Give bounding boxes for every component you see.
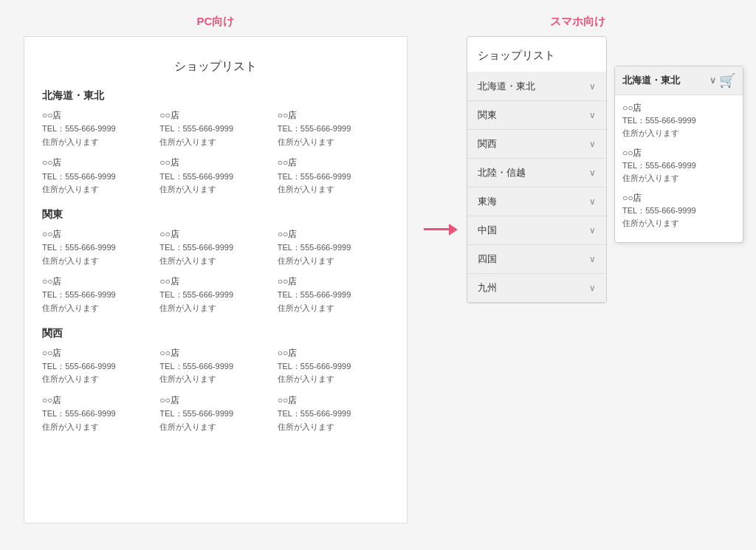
popup-header: 北海道・東北 ∨ 🛒: [615, 66, 743, 95]
shops-grid: ○○店 TEL：555-666-9999 住所が入ります ○○店 TEL：555…: [42, 156, 389, 196]
shop-entry: ○○店 TEL：555-666-9999 住所が入ります: [159, 393, 271, 433]
sp-region-label: 九州: [478, 281, 497, 295]
shop-entry: ○○店 TEL：555-666-9999 住所が入ります: [278, 156, 389, 196]
shop-address: 住所が入ります: [159, 302, 271, 315]
shops-grid: ○○店 TEL：555-666-9999 住所が入ります ○○店 TEL：555…: [42, 109, 389, 148]
sp-region-item[interactable]: 北海道・東北 ∨: [467, 72, 606, 101]
shop-tel: TEL：555-666-9999: [278, 408, 389, 421]
sp-chevron-icon: ∨: [589, 110, 596, 120]
popup-shop-name: ○○店: [622, 101, 735, 114]
sp-chevron-icon: ∨: [589, 139, 596, 149]
shop-entry: ○○店 TEL：555-666-9999 住所が入ります: [42, 109, 154, 148]
sp-region-label: 北陸・信越: [478, 166, 526, 179]
main-content: ショップリスト 北海道・東北 ○○店 TEL：555-666-9999 住所が入…: [24, 36, 732, 523]
sp-region-item[interactable]: 関東 ∨: [467, 101, 606, 130]
shop-name: ○○店: [159, 393, 271, 408]
label-pc: PC向け: [24, 15, 408, 29]
shop-entry: ○○店 TEL：555-666-9999 住所が入ります: [159, 156, 271, 196]
shop-name: ○○店: [278, 346, 389, 360]
popup-shop-entry: ○○店 TEL：555-666-9999 住所が入ります: [622, 146, 735, 184]
shop-name: ○○店: [42, 275, 154, 289]
shop-name: ○○店: [278, 275, 389, 289]
shop-name: ○○店: [159, 227, 271, 241]
section-labels: PC向け スマホ向け: [24, 15, 732, 29]
sp-chevron-icon: ∨: [589, 283, 596, 293]
popup-shop-address: 住所が入ります: [622, 172, 735, 185]
shop-address: 住所が入ります: [278, 373, 389, 386]
shop-name: ○○店: [159, 275, 271, 289]
pc-regions-container: 北海道・東北 ○○店 TEL：555-666-9999 住所が入ります ○○店 …: [42, 89, 389, 433]
sp-region-item[interactable]: 東海 ∨: [467, 188, 606, 216]
sp-region-item[interactable]: 四国 ∨: [467, 245, 606, 274]
sp-chevron-icon: ∨: [589, 196, 596, 207]
shop-tel: TEL：555-666-9999: [42, 289, 154, 302]
shop-tel: TEL：555-666-9999: [159, 241, 271, 255]
shop-entry: ○○店 TEL：555-666-9999 住所が入ります: [42, 393, 154, 433]
shop-name: ○○店: [159, 346, 271, 360]
popup-shop-name: ○○店: [622, 191, 735, 204]
shop-address: 住所が入ります: [159, 421, 271, 434]
pc-title: ショップリスト: [42, 59, 389, 75]
label-smartphone: スマホ向け: [422, 15, 732, 29]
sp-region-item[interactable]: 中国 ∨: [467, 216, 606, 245]
sp-region-item[interactable]: 関西 ∨: [467, 130, 606, 159]
shop-address: 住所が入ります: [159, 373, 271, 386]
shop-address: 住所が入ります: [278, 255, 389, 268]
popup-shop-entry: ○○店 TEL：555-666-9999 住所が入ります: [622, 191, 735, 229]
shop-entry: ○○店 TEL：555-666-9999 住所が入ります: [278, 393, 389, 433]
popup-shop-name: ○○店: [622, 146, 735, 159]
shop-entry: ○○店 TEL：555-666-9999 住所が入ります: [159, 275, 271, 314]
shop-name: ○○店: [42, 346, 154, 360]
shop-tel: TEL：555-666-9999: [159, 408, 271, 421]
shop-entry: ○○店 TEL：555-666-9999 住所が入ります: [42, 227, 154, 267]
sp-region-label: 関西: [478, 137, 497, 151]
sp-region-item[interactable]: 北陸・信越 ∨: [467, 159, 606, 188]
shops-grid: ○○店 TEL：555-666-9999 住所が入ります ○○店 TEL：555…: [42, 227, 389, 267]
sp-region-label: 北海道・東北: [478, 80, 535, 93]
page-container: PC向け スマホ向け ショップリスト 北海道・東北 ○○店 TEL：555-66…: [0, 0, 756, 550]
sp-region-label: 東海: [478, 195, 497, 208]
shop-address: 住所が入ります: [278, 421, 389, 434]
shop-entry: ○○店 TEL：555-666-9999 住所が入ります: [159, 227, 271, 267]
popup-shop-address: 住所が入ります: [622, 127, 735, 140]
shop-name: ○○店: [278, 156, 389, 170]
shop-tel: TEL：555-666-9999: [278, 289, 389, 302]
shop-address: 住所が入ります: [42, 255, 154, 268]
shops-grid: ○○店 TEL：555-666-9999 住所が入ります ○○店 TEL：555…: [42, 275, 389, 314]
shop-address: 住所が入ります: [278, 302, 389, 315]
pc-region-heading: 関西: [42, 327, 389, 340]
shop-entry: ○○店 TEL：555-666-9999 住所が入ります: [42, 346, 154, 386]
shop-address: 住所が入ります: [42, 136, 154, 149]
smartphone-panel: ショップリスト 北海道・東北 ∨ 関東 ∨ 関西 ∨ 北陸・信越 ∨ 東海 ∨ …: [467, 36, 607, 303]
shop-name: ○○店: [278, 109, 389, 123]
shop-address: 住所が入ります: [159, 183, 271, 196]
shop-tel: TEL：555-666-9999: [42, 171, 154, 184]
shop-tel: TEL：555-666-9999: [278, 123, 389, 136]
expanded-popup: 北海道・東北 ∨ 🛒 ○○店 TEL：555-666-9999 住所が入ります …: [614, 66, 743, 243]
sp-chevron-icon: ∨: [589, 254, 596, 264]
sp-regions-container: 北海道・東北 ∨ 関東 ∨ 関西 ∨ 北陸・信越 ∨ 東海 ∨ 中国 ∨ 四国 …: [467, 72, 606, 303]
sp-region-label: 中国: [478, 224, 497, 237]
shop-tel: TEL：555-666-9999: [159, 360, 271, 374]
shop-name: ○○店: [42, 227, 154, 241]
shop-name: ○○店: [278, 227, 389, 241]
shop-entry: ○○店 TEL：555-666-9999 住所が入ります: [42, 275, 154, 314]
shop-entry: ○○店 TEL：555-666-9999 住所が入ります: [159, 346, 271, 386]
shop-address: 住所が入ります: [159, 255, 271, 268]
popup-cart-icon: 🛒: [719, 72, 735, 89]
popup-shop-tel: TEL：555-666-9999: [622, 159, 735, 172]
shop-entry: ○○店 TEL：555-666-9999 住所が入ります: [159, 109, 271, 148]
shops-grid: ○○店 TEL：555-666-9999 住所が入ります ○○店 TEL：555…: [42, 393, 389, 433]
pc-region-heading: 関東: [42, 208, 389, 221]
shop-address: 住所が入ります: [42, 183, 154, 196]
popup-shop-list: ○○店 TEL：555-666-9999 住所が入ります ○○店 TEL：555…: [615, 95, 743, 242]
shop-address: 住所が入ります: [278, 136, 389, 149]
sp-region-item[interactable]: 九州 ∨: [467, 274, 606, 303]
shop-entry: ○○店 TEL：555-666-9999 住所が入ります: [278, 227, 389, 267]
sp-region-label: 四国: [478, 252, 497, 266]
arrow-container: [422, 228, 452, 230]
shop-name: ○○店: [159, 109, 271, 123]
shop-tel: TEL：555-666-9999: [42, 123, 154, 136]
popup-shop-tel: TEL：555-666-9999: [622, 114, 735, 127]
shop-address: 住所が入ります: [42, 373, 154, 386]
